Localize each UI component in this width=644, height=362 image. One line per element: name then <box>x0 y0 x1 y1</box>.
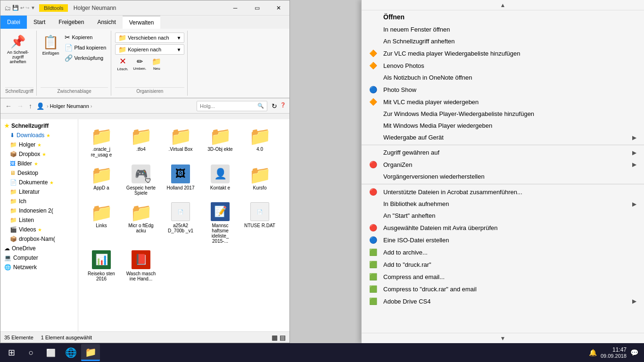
dropdown-arrow[interactable]: ▼ <box>31 5 35 10</box>
sidebar-item-computer[interactable]: 💻 Computer <box>0 253 78 263</box>
sidebar-item-ich[interactable]: 📁 Ich <box>0 197 78 206</box>
sidebar-item-bilder[interactable]: 🖼 Bilder ★ <box>0 159 78 168</box>
sidebar-item-downloads[interactable]: ⬇ Downloads ★ <box>0 131 78 140</box>
ctx-item-oeffnen[interactable]: Öffnen <box>362 10 644 24</box>
chrome-app[interactable]: 🌐 <box>61 344 80 361</box>
file-item[interactable]: 🎮 🛡 Gespeic herte Spiele <box>123 163 159 197</box>
tab-ansicht[interactable]: Ansicht <box>91 16 122 29</box>
search-input[interactable] <box>200 103 256 109</box>
file-item[interactable]: 📁 Links <box>83 200 120 246</box>
refresh-button[interactable]: ↻ <box>271 101 278 111</box>
notification-icon[interactable]: 🔔 <box>589 349 597 356</box>
forward-button[interactable]: → <box>15 101 25 111</box>
file-item[interactable]: 📁 .oracle_j re_usag e <box>83 124 120 160</box>
sidebar-item-desktop[interactable]: 🖥 Desktop <box>0 168 78 178</box>
file-item[interactable]: 👤 Kontakt e <box>202 163 239 197</box>
sidebar-item-netzwerk[interactable]: 🌐 Netzwerk <box>0 263 78 272</box>
back-button[interactable]: ← <box>3 101 14 111</box>
ctx-scroll-down[interactable]: ▼ <box>362 333 644 343</box>
ctx-item-playback[interactable]: Wiedergabe auf Gerät ▶ <box>362 132 644 143</box>
quick-undo-icon[interactable]: ↩ <box>20 5 24 10</box>
taskbar-clock[interactable]: 11:47 09.09.2018 <box>601 346 627 359</box>
ctx-item-bibliothek[interactable]: In Bibliothek aufnehmen ▶ <box>362 198 644 210</box>
file-item[interactable]: 📁 AppD a <box>83 163 120 197</box>
view-details-button[interactable]: ▤ <box>280 334 286 341</box>
search-box[interactable]: 🔍 <box>197 101 267 111</box>
sidebar-item-indonesien[interactable]: 📁 Indonesien 2( <box>0 206 78 215</box>
tab-start[interactable]: Start <box>27 16 52 29</box>
copy-btn[interactable]: 📁 Kopieren nach ▼ <box>115 44 184 55</box>
ctx-item-compress-druck[interactable]: 🟩 Compress to "druck.rar" and email <box>362 283 644 295</box>
bildtools-tab-title[interactable]: Bildtools <box>39 4 68 12</box>
ctx-item-pin-quick[interactable]: An Schnellzugriff anheften <box>362 35 644 47</box>
ctx-item-onenote[interactable]: Als Notizbuch in OneNote öffnen <box>362 72 644 83</box>
file-item[interactable]: 📕 Wasch masch ine Hand... <box>123 248 159 283</box>
help-button[interactable]: ❓ <box>279 101 287 111</box>
quick-redo-icon[interactable]: ↪ <box>25 5 29 10</box>
ctx-item-wmp-play[interactable]: Mit Windows Media Player wiedergeben <box>362 120 644 132</box>
rename-btn[interactable]: ✏ Umben. <box>132 56 147 71</box>
ctx-item-acrobat[interactable]: 🔴 Unterstützte Dateien in Acrobat zusamm… <box>362 186 644 198</box>
ctx-item-vlc-playlist[interactable]: 🔶 Zur VLC media player Wiedergabeliste h… <box>362 47 644 59</box>
ctx-item-iso[interactable]: 🔵 Eine ISO-Datei erstellen <box>362 234 644 246</box>
sidebar-item-dropbox-name[interactable]: 📦 dropbox-Nam( <box>0 234 78 244</box>
close-button[interactable]: ✕ <box>268 0 289 16</box>
view-list-button[interactable]: ▦ <box>272 334 278 341</box>
sidebar-item-holger[interactable]: 📁 Holger ★ <box>0 140 78 149</box>
delete-btn[interactable]: ✕ Lösch. <box>115 56 130 71</box>
ctx-item-photo-show[interactable]: 🔵 Photo Show <box>362 83 644 96</box>
sidebar-item-onedrive[interactable]: ☁ OneDrive <box>0 244 78 253</box>
ctx-item-avira[interactable]: 🔴 Ausgewählte Dateien mit Avira überprüf… <box>362 222 644 234</box>
up-button[interactable]: ↑ <box>27 101 34 111</box>
newfolder-btn[interactable]: 📁 Neu <box>149 56 164 71</box>
quick-save-icon[interactable]: 💾 <box>12 5 19 11</box>
breadcrumb-path[interactable]: Holger Neumann <box>50 103 89 109</box>
sidebar-item-literatur[interactable]: 📁 Literatur <box>0 187 78 197</box>
file-item[interactable]: 📊 Reiseko sten 2016 <box>83 248 120 283</box>
tab-freigeben[interactable]: Freigeben <box>52 16 91 29</box>
file-item[interactable]: 📁 Micr o ftEdg acku <box>123 200 159 246</box>
file-item[interactable]: 📄 NTUSE R.DAT <box>241 200 278 246</box>
ctx-item-vorgaenger[interactable]: Vorgängerversionen wiederherstellen <box>362 171 644 182</box>
cortana-button[interactable]: ○ <box>22 344 41 361</box>
ctx-item-organizen[interactable]: 🔴 OrganiZen ▶ <box>362 158 644 171</box>
ctx-item-vlc-play[interactable]: 🔶 Mit VLC media player wiedergeben <box>362 96 644 108</box>
ctx-item-druck-rar[interactable]: 🟩 Add to "druck.rar" <box>362 258 644 271</box>
sidebar-item-listen[interactable]: 📁 Listen <box>0 215 78 225</box>
file-item[interactable]: 📁 .tfo4 <box>123 124 159 160</box>
tab-verwalten[interactable]: Verwalten <box>123 16 161 29</box>
move-btn[interactable]: 📁 Verschieben nach ▼ <box>115 33 184 43</box>
sidebar-item-videos[interactable]: 🎬 Videos ★ <box>0 225 78 234</box>
minimize-button[interactable]: ─ <box>224 0 246 16</box>
taskview-button[interactable]: ⬜ <box>41 344 60 361</box>
file-item[interactable]: 📁 Kursfo <box>241 163 278 197</box>
maximize-button[interactable]: ▭ <box>246 0 268 16</box>
copy-path-btn[interactable]: 📄 Pfad kopieren <box>63 43 108 52</box>
ctx-item-adobe-drive[interactable]: 🟩 Adobe Drive CS4 ▶ <box>362 295 644 307</box>
file-item[interactable]: 📄 a25rA2 D_700b _v1 <box>162 200 199 246</box>
ctx-item-start-pin[interactable]: An "Start" anheften <box>362 210 644 222</box>
sidebar-item-dropbox[interactable]: 📦 Dropbox ★ <box>0 149 78 159</box>
file-item[interactable]: 📁 4.0 <box>241 124 278 160</box>
file-item[interactable]: 📁 3D-Obj ekte <box>202 124 239 160</box>
file-item[interactable]: 📁 .Virtual Box <box>162 124 199 160</box>
start-button[interactable]: ⊞ <box>2 344 21 361</box>
ctx-item-zugriff[interactable]: Zugriff gewähren auf ▶ <box>362 147 644 158</box>
sidebar-item-schnellzugriff[interactable]: ★ Schnellzugriff <box>0 121 78 131</box>
ctx-item-new-window[interactable]: In neuem Fenster öffnen <box>362 24 644 35</box>
pin-btn[interactable]: 📌 An Schnell-zugriffanheften <box>5 33 31 66</box>
file-item[interactable]: 📝 Mannsc haftsme ideliste_ 2015-... <box>202 200 239 246</box>
sidebar-item-dokumente[interactable]: 📄 Dokumente ★ <box>0 178 78 187</box>
ctx-item-archive[interactable]: 🟩 Add to archive... <box>362 246 644 258</box>
ctx-item-lenovo[interactable]: 🔶 Lenovo Photos <box>362 59 644 72</box>
file-item[interactable]: 🖼 Holland 2017 <box>162 163 199 197</box>
tab-datei[interactable]: Datei <box>0 16 27 29</box>
ctx-item-compress-email[interactable]: 🟩 Compress and email... <box>362 271 644 283</box>
ctx-item-wmp-playlist[interactable]: Zur Windows Media Player-Wiedergabeliste… <box>362 108 644 120</box>
cut-btn[interactable]: ✂ Kopieren <box>63 33 108 42</box>
action-center-icon[interactable]: 💬 <box>630 349 638 356</box>
paste-btn[interactable]: 📋 Einfügen <box>41 33 61 58</box>
shortcut-btn[interactable]: 🔗 Verknüpfung <box>63 53 108 63</box>
explorer-app[interactable]: 📁 <box>81 344 100 361</box>
ctx-scroll-up[interactable]: ▲ <box>362 0 644 10</box>
